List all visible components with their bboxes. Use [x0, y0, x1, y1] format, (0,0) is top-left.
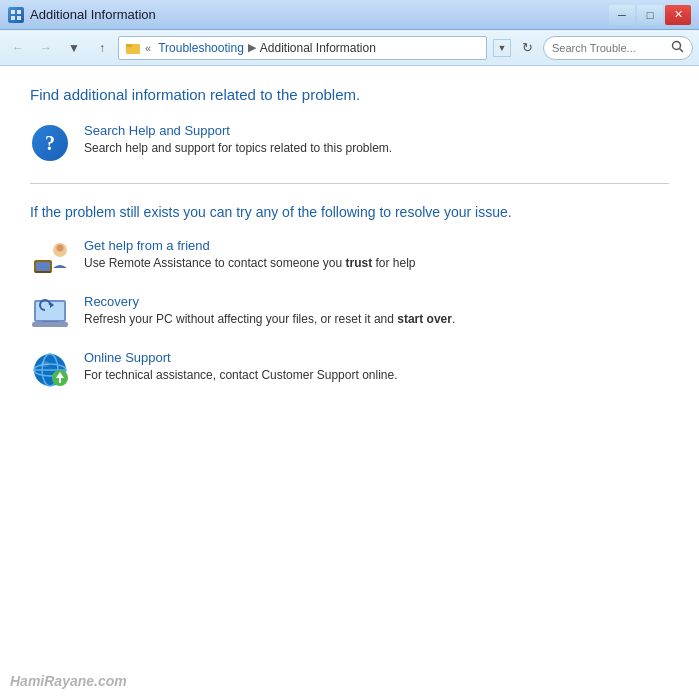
svg-point-11 [57, 245, 64, 252]
svg-rect-3 [17, 16, 21, 20]
window-title: Additional Information [30, 7, 156, 22]
section2-heading: If the problem still exists you can try … [30, 204, 669, 220]
path-separator-1: « [145, 42, 154, 54]
maximize-button[interactable]: □ [637, 5, 663, 25]
search-box [543, 36, 693, 60]
search-input[interactable] [552, 42, 667, 54]
svg-rect-2 [11, 16, 15, 20]
up-button[interactable]: ↑ [90, 36, 114, 60]
breadcrumb-current: Additional Information [260, 41, 376, 55]
titlebar-left: Additional Information [8, 7, 156, 23]
path-dropdown-button[interactable]: ▼ [493, 39, 511, 57]
recovery-item: Recovery Refresh your PC without affecti… [30, 294, 669, 334]
path-arrow: ▶ [248, 41, 256, 54]
section-divider [30, 183, 669, 184]
close-button[interactable]: ✕ [665, 5, 691, 25]
question-icon-container: ? [30, 123, 70, 163]
svg-rect-0 [11, 10, 15, 14]
titlebar: Additional Information ─ □ ✕ [0, 0, 699, 30]
recovery-link[interactable]: Recovery [84, 294, 669, 309]
svg-rect-9 [36, 262, 50, 271]
recovery-icon-container [30, 294, 70, 334]
svg-point-22 [41, 361, 49, 367]
remote-assist-link[interactable]: Get help from a friend [84, 238, 669, 253]
remote-assist-icon [32, 240, 68, 276]
question-mark-icon: ? [32, 125, 68, 161]
help-support-desc: Search help and support for topics relat… [84, 141, 392, 155]
svg-rect-12 [35, 271, 51, 273]
recovery-content: Recovery Refresh your PC without affecti… [84, 294, 669, 328]
svg-rect-1 [17, 10, 21, 14]
svg-rect-25 [59, 378, 61, 383]
search-icon [671, 40, 684, 53]
remote-assist-item: Get help from a friend Use Remote Assist… [30, 238, 669, 278]
path-folder-icon [125, 40, 141, 56]
online-support-desc: For technical assistance, contact Custom… [84, 368, 398, 382]
remote-assist-content: Get help from a friend Use Remote Assist… [84, 238, 669, 272]
breadcrumb-part1[interactable]: Troubleshooting [158, 41, 244, 55]
section-heading-area: Find additional information related to t… [30, 86, 669, 163]
svg-rect-15 [32, 322, 68, 327]
back-button[interactable]: ← [6, 36, 30, 60]
svg-rect-16 [42, 321, 58, 322]
titlebar-controls: ─ □ ✕ [609, 5, 691, 25]
svg-line-7 [680, 48, 684, 52]
address-path: « Troubleshooting ▶ Additional Informati… [118, 36, 487, 60]
remote-assist-icon-container [30, 238, 70, 278]
refresh-button[interactable]: ↻ [515, 36, 539, 60]
globe-icon [32, 352, 68, 388]
online-support-link[interactable]: Online Support [84, 350, 669, 365]
forward-button[interactable]: → [34, 36, 58, 60]
watermark: HamiRayane.com [10, 673, 127, 689]
search-button[interactable] [671, 40, 684, 56]
minimize-button[interactable]: ─ [609, 5, 635, 25]
help-support-link[interactable]: Search Help and Support [84, 123, 669, 138]
globe-icon-container [30, 350, 70, 390]
svg-point-6 [673, 41, 681, 49]
main-content: Find additional information related to t… [0, 66, 699, 695]
svg-rect-5 [126, 44, 132, 47]
main-heading: Find additional information related to t… [30, 86, 669, 103]
online-support-item: Online Support For technical assistance,… [30, 350, 669, 390]
help-support-item: ? Search Help and Support Search help an… [30, 123, 669, 163]
addressbar: ← → ▼ ↑ « Troubleshooting ▶ Additional I… [0, 30, 699, 66]
dropdown-button[interactable]: ▼ [62, 36, 86, 60]
section2: If the problem still exists you can try … [30, 204, 669, 390]
help-support-content: Search Help and Support Search help and … [84, 123, 669, 157]
recovery-icon [32, 296, 68, 332]
app-icon [8, 7, 24, 23]
recovery-desc: Refresh your PC without affecting your f… [84, 312, 455, 326]
online-support-content: Online Support For technical assistance,… [84, 350, 669, 384]
remote-assist-desc: Use Remote Assistance to contact someone… [84, 256, 416, 270]
